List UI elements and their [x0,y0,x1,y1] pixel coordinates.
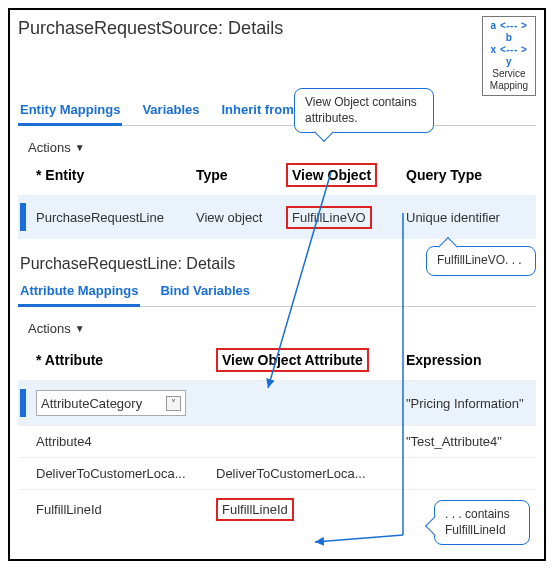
app-frame: PurchaseRequestSource: Details a <--- > … [8,8,546,561]
cell-vo-attr-2: DeliverToCustomerLoca... [216,466,406,481]
cell-query-type: Unique identifier [406,210,526,225]
service-mapping-button[interactable]: a <--- > b x <--- > y Service Mapping [482,16,536,96]
service-mapping-label1: Service [488,68,530,80]
tab-entity-mappings[interactable]: Entity Mappings [18,98,122,126]
cell-attribute-3: FulfillLineId [36,502,216,517]
col-attribute: Attribute [36,352,216,368]
attribute-select[interactable]: AttributeCategory ˅ [36,390,186,416]
svg-line-2 [315,535,403,542]
sub-tabs: Attribute Mappings Bind Variables [18,279,536,307]
sub-title: PurchaseRequestLine: Details [20,255,536,273]
cell-expression-1: "Test_Attribute4" [406,434,536,449]
service-mapping-label2: Mapping [488,80,530,92]
tab-inherit-from-services[interactable]: Inherit from Services [220,98,353,125]
actions-menu[interactable]: Actions ▼ [28,140,536,155]
top-tabs: Entity Mappings Variables Inherit from S… [18,98,536,126]
cell-vo-attr-3: FulfillLineId [216,498,406,521]
service-mapping-line2: x <--- > y [488,44,530,68]
attribute-select-wrap: AttributeCategory ˅ [36,390,216,416]
sub-actions-menu[interactable]: Actions ▼ [28,321,536,336]
highlight-fulfill-line-id: FulfillLineId [216,498,294,521]
attr-row-2[interactable]: DeliverToCustomerLoca... DeliverToCustom… [18,457,536,489]
tab-variables[interactable]: Variables [140,98,201,125]
col-type: Type [196,167,286,183]
chevron-down-icon: ▼ [75,142,85,153]
col-query-type: Query Type [406,167,526,183]
chevron-down-icon: ˅ [166,396,181,411]
sub-actions-label: Actions [28,321,71,336]
col-entity: Entity [36,167,196,183]
page-title: PurchaseRequestSource: Details [18,18,283,39]
attr-row-1[interactable]: Attribute4 "Test_Attribute4" [18,425,536,457]
attr-grid-header: Attribute View Object Attribute Expressi… [18,342,536,380]
chevron-down-icon: ▼ [75,323,85,334]
row-selection-indicator [20,389,26,417]
entity-row-selected[interactable]: PurchaseRequestLine View object FulfillL… [18,195,536,239]
cell-attribute-2: DeliverToCustomerLoca... [36,466,216,481]
cell-view-object: FulfillLineVO [286,206,406,229]
tab-bind-variables[interactable]: Bind Variables [158,279,252,306]
attr-row-0[interactable]: AttributeCategory ˅ "Pricing Information… [18,380,536,425]
cell-attribute-1: Attribute4 [36,434,216,449]
cell-expression-0: "Pricing Information" [406,396,536,411]
actions-label: Actions [28,140,71,155]
col-view-object: View Object [286,163,406,187]
cell-entity: PurchaseRequestLine [36,210,196,225]
attr-row-3[interactable]: FulfillLineId FulfillLineId [18,489,536,529]
service-mapping-line1: a <--- > b [488,20,530,44]
col-vo-attribute: View Object Attribute [216,348,406,372]
cell-type: View object [196,210,286,225]
entity-grid-header: Entity Type View Object Query Type [18,161,536,195]
attribute-select-value: AttributeCategory [41,396,142,411]
col-expression: Expression [406,352,536,368]
highlight-view-object-value: FulfillLineVO [286,206,372,229]
tab-attribute-mappings[interactable]: Attribute Mappings [18,279,140,307]
row-selection-indicator [20,203,26,231]
highlight-view-object-header: View Object [286,163,377,187]
highlight-vo-attribute-header: View Object Attribute [216,348,369,372]
